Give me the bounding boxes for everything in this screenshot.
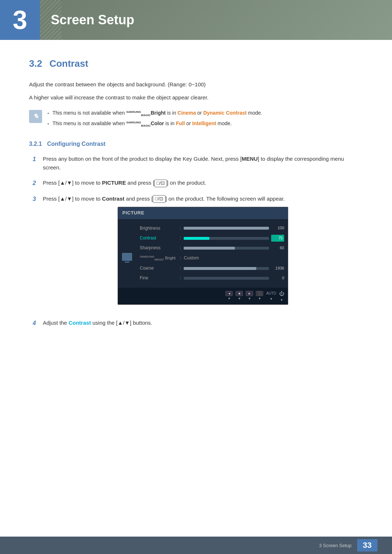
description-2: A higher value will increase the contras… [29,93,363,102]
menu-label-magic-bright: SAMSUNGMAGIC Bright [140,255,180,262]
menu-row-magic-bright: SAMSUNGMAGIC Bright : Custom [140,253,284,264]
step-3-text: Press [▲/▼] to move to Contrast and pres… [43,194,363,312]
section-heading: 3.2 Contrast [29,58,363,69]
monitor-body: Brightness : 100 [118,219,288,288]
menu-row-sharpness: Sharpness : 60 [140,243,284,253]
step-1-text: Press any button on the front of the pro… [43,155,363,172]
step-2-number: 2 [33,178,43,188]
subsection-number: 3.2.1 [29,141,42,147]
section-number: 3.2 [29,58,42,69]
menu-label-brightness: Brightness [140,225,180,232]
note-item-2: • This menu is not available when SAMSUN… [48,120,363,128]
monitor-menu-rows: Brightness : 100 [136,222,288,285]
description-1: Adjust the contrast between the objects … [29,80,363,89]
chapter-number: 3 [0,0,40,40]
step-4-number: 4 [33,319,43,328]
note-item-1: • This menu is not available when SAMSUN… [48,109,363,118]
menu-row-coarse: Coarse : 1936 [140,263,284,273]
section-title: Contrast [49,58,88,69]
menu-row-brightness: Brightness : 100 [140,223,284,233]
footer-page-number: 33 [357,539,377,551]
monitor-screenshot: PICTURE Brightness : [118,207,288,305]
main-content: 3.2 Contrast Adjust the contrast between… [0,40,392,364]
menu-label-coarse: Coarse [140,265,180,272]
step-3: 3 Press [▲/▼] to move to Contrast and pr… [33,194,363,312]
note-content: • This menu is not available when SAMSUN… [48,109,363,130]
monitor-icon-col [118,222,136,285]
step-2-text: Press [▲/▼] to move to PICTURE and press… [43,178,363,188]
footer: 3 Screen Setup 33 [0,537,392,554]
note-box: ✎ • This menu is not available when SAMS… [29,109,363,130]
menu-row-contrast: Contrast : 75 [140,233,284,243]
step-2: 2 Press [▲/▼] to move to PICTURE and pre… [33,178,363,188]
note-icon: ✎ [29,110,42,123]
step-1-number: 1 [33,155,43,172]
step-4: 4 Adjust the Contrast using the [▲/▼] bu… [33,319,363,328]
auto-label: AUTO [266,291,276,296]
monitor-controls: ◄ ▼ ■ ▼ ► ▼ ⬛ ▼ [118,288,288,305]
menu-row-fine: Fine : 0 [140,273,284,283]
step-4-text: Adjust the Contrast using the [▲/▼] butt… [43,319,363,328]
subsection-title: Configuring Contrast [47,141,106,147]
footer-chapter-text: 3 Screen Setup [319,543,352,548]
menu-label-contrast: Contrast [140,235,180,242]
step-3-number: 3 [33,194,43,312]
header-banner: 3 Screen Setup [0,0,392,40]
menu-label-fine: Fine [140,275,180,282]
menu-label-sharpness: Sharpness [140,245,180,251]
subsection-heading: 3.2.1 Configuring Contrast [29,141,363,147]
steps-list: 1 Press any button on the front of the p… [33,155,363,328]
monitor-title-bar: PICTURE [118,207,288,219]
chapter-title: Screen Setup [51,12,134,28]
step-1: 1 Press any button on the front of the p… [33,155,363,172]
monitor-icon [122,253,132,261]
